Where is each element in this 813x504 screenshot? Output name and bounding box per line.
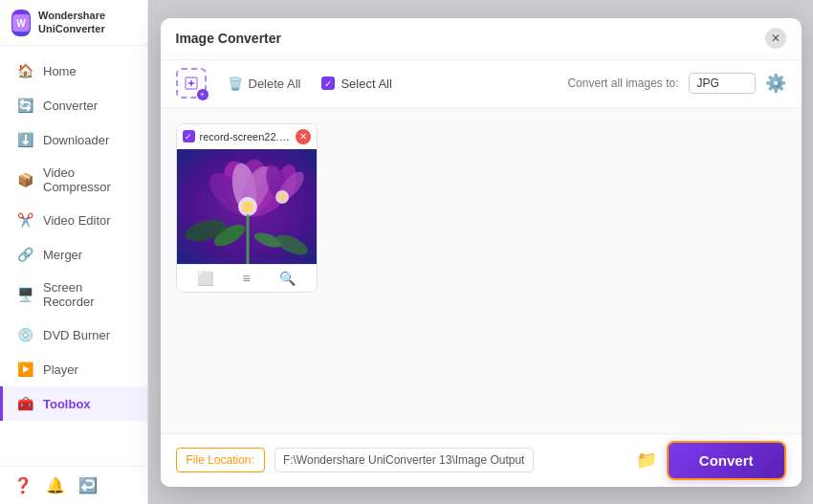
sidebar-item-screen-recorder[interactable]: 🖥️ Screen Recorder bbox=[0, 272, 147, 318]
app-name: Wondershare UniConverter bbox=[38, 10, 136, 34]
nav-menu: 🏠 Home 🔄 Converter ⬇️ Downloader 📦 Video… bbox=[0, 46, 147, 466]
image-card-header: ✓ record-screen22.JPG ✕ bbox=[177, 124, 317, 149]
sidebar-item-video-editor[interactable]: ✂️ Video Editor bbox=[0, 203, 147, 237]
image-card: ✓ record-screen22.JPG ✕ bbox=[176, 123, 318, 293]
add-files-button[interactable]: + bbox=[176, 68, 207, 99]
notification-icon[interactable]: 🔔 bbox=[46, 476, 65, 494]
sidebar-item-label: Converter bbox=[43, 99, 98, 113]
svg-point-14 bbox=[242, 201, 253, 212]
sidebar-item-merger[interactable]: 🔗 Merger bbox=[0, 237, 147, 272]
dvd-burner-icon: 💿 bbox=[16, 326, 33, 343]
help-icon[interactable]: ❓ bbox=[13, 476, 33, 494]
toolbar-right: Convert all images to: JPG PNG BMP TIFF … bbox=[567, 73, 785, 94]
image-converter-modal: Image Converter ✕ + 🗑️ Delete Al bbox=[161, 18, 802, 487]
sidebar: W Wondershare UniConverter 🏠 Home 🔄 Conv… bbox=[0, 0, 148, 504]
sidebar-item-downloader[interactable]: ⬇️ Downloader bbox=[0, 122, 147, 157]
main-content: Image Converter ✕ + 🗑️ Delete Al bbox=[148, 0, 813, 504]
converter-icon: 🔄 bbox=[16, 97, 33, 114]
checkbox-checked-icon: ✓ bbox=[321, 77, 335, 90]
sidebar-item-converter[interactable]: 🔄 Converter bbox=[0, 88, 147, 122]
crop-icon[interactable]: ⬜ bbox=[197, 271, 213, 286]
adjust-icon[interactable]: ≡ bbox=[242, 271, 250, 286]
screen-recorder-icon: 🖥️ bbox=[16, 286, 33, 303]
svg-text:W: W bbox=[16, 18, 26, 29]
sidebar-item-home[interactable]: 🏠 Home bbox=[0, 54, 147, 88]
convert-button[interactable]: Convert bbox=[667, 441, 786, 480]
format-select[interactable]: JPG PNG BMP TIFF GIF WEBP bbox=[689, 73, 756, 94]
sidebar-item-dvd-burner[interactable]: 💿 DVD Burner bbox=[0, 318, 147, 352]
select-all-checkbox[interactable]: ✓ Select All bbox=[321, 77, 391, 91]
video-compressor-icon: 📦 bbox=[16, 171, 33, 188]
delete-all-button[interactable]: 🗑️ Delete All bbox=[222, 73, 307, 95]
add-plus-badge: + bbox=[197, 89, 209, 100]
file-path-wrapper: F:\Wondershare UniConverter 13\Image Out… bbox=[275, 448, 626, 472]
modal-footer: File Location: F:\Wondershare UniConvert… bbox=[161, 433, 802, 487]
modal-toolbar: + 🗑️ Delete All ✓ Select All Convert all… bbox=[161, 60, 802, 108]
sidebar-item-label: Video Compressor bbox=[43, 165, 134, 194]
refresh-icon[interactable]: ↩️ bbox=[78, 476, 98, 494]
trash-icon: 🗑️ bbox=[228, 77, 243, 91]
sidebar-item-video-compressor[interactable]: 📦 Video Compressor bbox=[0, 157, 147, 203]
sidebar-item-toolbox[interactable]: 🧰 Toolbox bbox=[0, 386, 147, 421]
sidebar-item-label: Video Editor bbox=[43, 213, 111, 228]
delete-all-label: Delete All bbox=[249, 77, 301, 91]
close-button[interactable]: ✕ bbox=[765, 28, 786, 49]
svg-point-22 bbox=[278, 193, 286, 201]
file-path-select[interactable]: F:\Wondershare UniConverter 13\Image Out… bbox=[275, 448, 534, 472]
merger-icon: 🔗 bbox=[16, 246, 33, 263]
sidebar-item-label: Downloader bbox=[43, 133, 109, 147]
modal-body: ✓ record-screen22.JPG ✕ bbox=[161, 108, 802, 433]
modal-header: Image Converter ✕ bbox=[161, 18, 802, 60]
app-logo: W Wondershare UniConverter bbox=[0, 0, 147, 46]
file-location-label: File Location: bbox=[176, 448, 265, 472]
card-filename: record-screen22.JPG bbox=[200, 131, 291, 142]
video-editor-icon: ✂️ bbox=[16, 211, 33, 229]
card-remove-button[interactable]: ✕ bbox=[296, 129, 311, 144]
logo-icon: W bbox=[11, 10, 31, 36]
settings-icon[interactable]: ⚙️ bbox=[765, 73, 786, 94]
sidebar-item-label: Screen Recorder bbox=[43, 280, 134, 309]
sidebar-item-player[interactable]: ▶️ Player bbox=[0, 352, 147, 386]
convert-all-label: Convert all images to: bbox=[567, 77, 678, 90]
modal-overlay: Image Converter ✕ + 🗑️ Delete Al bbox=[148, 0, 813, 504]
player-icon: ▶️ bbox=[16, 361, 33, 378]
sidebar-item-label: Home bbox=[43, 64, 77, 78]
select-all-label: Select All bbox=[341, 77, 391, 91]
format-selector-wrapper: JPG PNG BMP TIFF GIF WEBP bbox=[689, 73, 756, 94]
sidebar-item-label: Toolbox bbox=[43, 397, 91, 411]
folder-icon[interactable]: 📁 bbox=[636, 449, 657, 471]
sidebar-item-label: Merger bbox=[43, 248, 82, 262]
home-icon: 🏠 bbox=[16, 62, 33, 79]
card-checkbox[interactable]: ✓ bbox=[183, 130, 195, 142]
image-card-footer: ⬜ ≡ 🔍 bbox=[177, 264, 317, 292]
sidebar-item-label: Player bbox=[43, 362, 78, 377]
downloader-icon: ⬇️ bbox=[16, 131, 33, 148]
sidebar-footer: ❓ 🔔 ↩️ bbox=[0, 466, 147, 504]
image-thumbnail bbox=[177, 149, 318, 264]
modal-title: Image Converter bbox=[176, 31, 281, 46]
toolbox-icon: 🧰 bbox=[16, 395, 33, 412]
zoom-icon[interactable]: 🔍 bbox=[279, 271, 296, 286]
sidebar-item-label: DVD Burner bbox=[43, 328, 110, 342]
